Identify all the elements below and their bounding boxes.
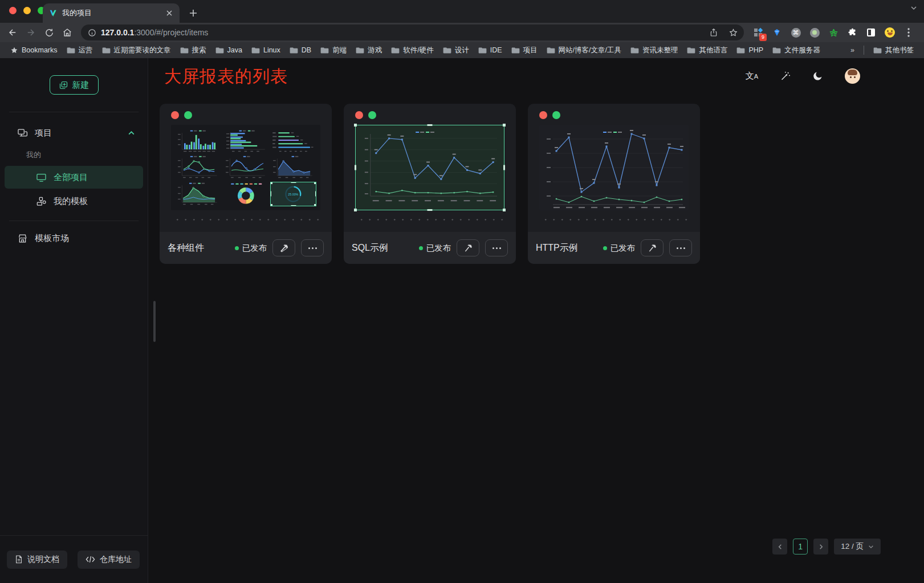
bookmark-folder-label: Java bbox=[227, 46, 242, 54]
chevron-up-icon[interactable] bbox=[128, 129, 135, 137]
bookmarks-overflow-chevron[interactable]: » bbox=[847, 46, 858, 54]
home-button[interactable] bbox=[59, 25, 75, 40]
folder-icon bbox=[478, 47, 487, 54]
dark-mode-moon-icon[interactable] bbox=[812, 71, 823, 81]
card-footer: SQL示例 已发布 bbox=[344, 232, 516, 264]
bookmark-folder[interactable]: IDE bbox=[475, 44, 506, 57]
bookmark-folder[interactable]: 运营 bbox=[63, 44, 96, 57]
side-panel-icon[interactable] bbox=[866, 27, 876, 38]
tab-search-chevron-icon[interactable] bbox=[910, 5, 917, 11]
command-extension-icon[interactable]: ⌘ bbox=[791, 27, 801, 38]
scrollbar-thumb[interactable] bbox=[153, 301, 156, 342]
share-icon[interactable] bbox=[706, 25, 721, 40]
folder-icon bbox=[251, 47, 260, 54]
code-icon bbox=[86, 556, 95, 563]
bookmark-folder[interactable]: 设计 bbox=[439, 44, 473, 57]
status-dot bbox=[235, 246, 239, 250]
bookmark-folder[interactable]: 项目 bbox=[508, 44, 541, 57]
project-card[interactable]: 25.00% 各种组件 已发布 bbox=[160, 104, 332, 264]
sidebar-bottom-bar: 说明文档 仓库地址 bbox=[0, 535, 148, 583]
folder-icon bbox=[511, 47, 520, 54]
window-controls[interactable] bbox=[9, 7, 45, 14]
more-actions-button[interactable] bbox=[485, 239, 508, 256]
url-text[interactable]: 127.0.0.1:3000/#/project/items bbox=[101, 28, 702, 37]
card-window-dots bbox=[344, 104, 516, 119]
green-star-extension-icon[interactable] bbox=[828, 27, 838, 38]
bookmark-folder[interactable]: 网站/博客/文章/工具 bbox=[543, 44, 625, 57]
bookmark-folder[interactable]: 搜索 bbox=[177, 44, 210, 57]
status-badge: 已发布 bbox=[603, 243, 636, 254]
bookmark-folder[interactable]: 前端 bbox=[317, 44, 350, 57]
status-dot bbox=[419, 246, 423, 250]
user-avatar[interactable] bbox=[845, 68, 860, 84]
more-actions-button[interactable] bbox=[669, 239, 692, 256]
next-page-button[interactable] bbox=[813, 539, 828, 555]
project-card[interactable]: SQL示例 已发布 bbox=[344, 104, 516, 264]
bookmark-folder[interactable]: 游戏 bbox=[352, 44, 385, 57]
edit-project-button[interactable] bbox=[641, 239, 664, 256]
bookmark-folder-label: 软件/硬件 bbox=[403, 46, 433, 55]
bookmark-folder[interactable]: 文件服务器 bbox=[769, 44, 824, 57]
docs-button[interactable]: 说明文档 bbox=[7, 551, 67, 569]
bookmark-folder[interactable]: Linux bbox=[248, 44, 284, 57]
bookmark-folder-label: Linux bbox=[263, 46, 280, 54]
sql-line-chart bbox=[356, 125, 504, 210]
sidebar-item-all-projects[interactable]: 全部项目 bbox=[5, 166, 143, 189]
prev-page-button[interactable] bbox=[772, 539, 787, 555]
other-bookmarks-folder[interactable]: 其他书签 bbox=[870, 44, 917, 57]
sidebar-item-label: 模板市场 bbox=[35, 233, 69, 244]
project-name: HTTP示例 bbox=[536, 242, 597, 254]
tab-title: 我的项目 bbox=[62, 8, 160, 18]
back-button[interactable] bbox=[5, 25, 21, 40]
page-number-current[interactable]: 1 bbox=[793, 539, 808, 555]
bookmark-folder[interactable]: 近期需要读的文章 bbox=[99, 44, 174, 57]
status-badge: 已发布 bbox=[235, 243, 267, 254]
bookmark-folder[interactable]: 资讯未整理 bbox=[627, 44, 682, 57]
forward-button[interactable] bbox=[23, 25, 39, 40]
browser-menu-kebab-icon[interactable] bbox=[903, 27, 914, 38]
mini-donut-chart bbox=[223, 182, 269, 206]
repo-button[interactable]: 仓库地址 bbox=[78, 551, 140, 569]
bookmarks-manager-item[interactable]: Bookmarks bbox=[7, 44, 61, 56]
sidebar-item-my-templates[interactable]: 我的模板 bbox=[5, 190, 143, 213]
bookmark-folder[interactable]: PHP bbox=[733, 44, 767, 57]
tab-close-icon[interactable] bbox=[165, 9, 174, 18]
new-tab-button[interactable] bbox=[186, 6, 201, 21]
bookmark-folder[interactable]: DB bbox=[286, 44, 315, 57]
recorder-extension-icon[interactable] bbox=[809, 27, 820, 38]
repo-button-label: 仓库地址 bbox=[100, 555, 132, 565]
bookmark-folder[interactable]: 软件/硬件 bbox=[388, 44, 437, 57]
project-card[interactable]: HTTP示例 已发布 bbox=[528, 104, 700, 264]
translate-icon[interactable]: 文A bbox=[746, 71, 758, 81]
folder-icon bbox=[180, 47, 189, 54]
extensions-puzzle-icon[interactable] bbox=[847, 27, 857, 38]
browser-tab[interactable]: 我的项目 bbox=[43, 3, 180, 23]
address-bar[interactable]: 127.0.0.1:3000/#/project/items bbox=[81, 25, 744, 40]
more-icon bbox=[492, 247, 501, 249]
bookmark-folder-label: 项目 bbox=[523, 46, 538, 55]
gem-extension-icon[interactable] bbox=[772, 27, 782, 38]
bookmark-folder-label: IDE bbox=[490, 46, 502, 54]
svg-text:25.00%: 25.00% bbox=[288, 192, 299, 195]
new-project-button[interactable]: 新建 bbox=[50, 75, 99, 95]
magic-wand-icon[interactable] bbox=[780, 71, 791, 81]
bookmark-star-icon[interactable] bbox=[726, 25, 740, 40]
edit-project-button[interactable] bbox=[272, 239, 295, 256]
mini-area-chart bbox=[270, 155, 316, 180]
more-actions-button[interactable] bbox=[301, 239, 324, 256]
bookmark-folder[interactable]: 其他语言 bbox=[683, 44, 731, 57]
folder-icon bbox=[630, 47, 639, 54]
site-info-icon[interactable] bbox=[88, 28, 96, 37]
bookmark-folder[interactable]: Java bbox=[212, 44, 246, 57]
close-window-button[interactable] bbox=[9, 7, 17, 14]
profile-emoji-avatar[interactable] bbox=[885, 27, 895, 38]
tab-manager-extension-icon[interactable]: 9 bbox=[753, 27, 763, 38]
minimize-window-button[interactable] bbox=[23, 7, 31, 14]
sidebar-section-projects[interactable]: 项目 bbox=[0, 120, 148, 145]
reload-button[interactable] bbox=[41, 25, 57, 40]
edit-project-button[interactable] bbox=[457, 239, 479, 256]
page-size-select[interactable]: 12 / 页 bbox=[834, 539, 881, 555]
card-dots-ruler bbox=[356, 219, 503, 221]
sidebar-item-template-market[interactable]: 模板市场 bbox=[0, 226, 148, 251]
bookmark-folder-label: 文件服务器 bbox=[784, 46, 820, 55]
